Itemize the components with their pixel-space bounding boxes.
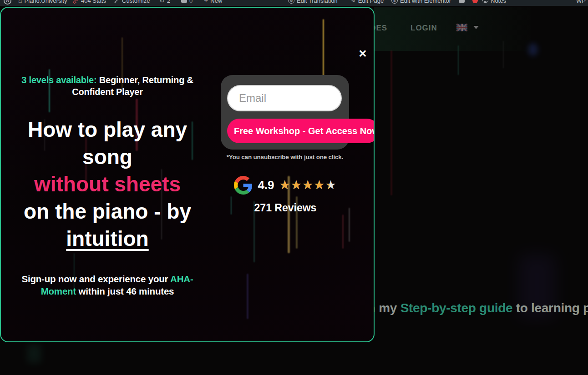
new-label: New <box>210 0 222 4</box>
rating-score: 4.9 <box>258 178 274 192</box>
customize-label: Customize <box>122 0 150 4</box>
brush-icon <box>114 0 120 4</box>
headline-part2: on the piano - by <box>24 200 191 223</box>
comments-menu[interactable]: 0 <box>181 0 193 6</box>
update-count: 2 <box>167 0 170 4</box>
chat-icon <box>459 0 465 3</box>
chat-menu[interactable] <box>459 0 465 6</box>
comment-count: 0 <box>189 0 193 4</box>
wp-logo-menu[interactable]: W <box>4 0 11 6</box>
site-name-label: Piano.University <box>24 0 67 4</box>
hero-paragraph-link: Step-by-step guide <box>400 301 513 315</box>
email-input[interactable] <box>227 85 342 111</box>
comment-icon <box>181 0 187 3</box>
headline-underlined-word: intuition <box>66 227 148 250</box>
page: W ⌂ Piano.University 404 Stats Customize… <box>0 0 588 375</box>
edit-elementor-label: Edit with Elementor <box>400 0 451 4</box>
plus-icon: + <box>204 0 208 4</box>
link-icon <box>73 0 79 4</box>
notes-icon <box>482 0 488 3</box>
edit-elementor-menu[interactable]: E Edit with Elementor <box>391 0 451 6</box>
status-indicator <box>472 0 478 6</box>
google-rating-row: 4.9 ★★★★★ ★★★★★ <box>210 176 360 195</box>
edit-translation-menu[interactable]: G Edit Translation <box>288 0 338 6</box>
signup-line: Sign-up now and experience your AHA-Mome… <box>7 273 208 297</box>
neon-streak <box>342 215 344 249</box>
reviews-count: 271 Reviews <box>210 202 360 214</box>
close-icon[interactable]: ✕ <box>357 48 369 60</box>
404-stats-label: 404 Stats <box>81 0 106 4</box>
edit-page-menu[interactable]: ✎ Edit Page <box>350 0 384 6</box>
signup-modal: ✕ 3 levels available: Beginner, Returnin… <box>0 7 375 342</box>
hero-paragraph-post: to learning piano <box>512 301 588 315</box>
availability-highlight: 3 levels available: <box>21 75 96 85</box>
404-stats-menu[interactable]: 404 Stats <box>73 0 106 6</box>
customize-menu[interactable]: Customize <box>114 0 150 6</box>
headline-highlight: without sheets <box>34 172 181 196</box>
signup-post: within just 46 minutes <box>76 286 174 296</box>
neon-streak <box>390 50 392 195</box>
red-dot-icon <box>472 0 478 3</box>
signup-pre: Sign-up now and experience your <box>21 274 170 284</box>
stars-fill: ★★★★★ <box>279 179 330 191</box>
header-background <box>374 7 531 51</box>
pencil-icon: ✎ <box>350 0 356 4</box>
hero-paragraph-behind-modal: with my Step-by-step guide to learning p… <box>350 301 588 315</box>
edit-translation-label: Edit Translation <box>297 0 338 4</box>
headline-part1: How to play any song <box>28 118 187 169</box>
neon-streak <box>247 274 248 319</box>
headline: How to play any song without sheets on t… <box>5 116 210 252</box>
overflow-label: WP <box>576 0 586 4</box>
unsubscribe-disclaimer: *You can unsubscribe with just one click… <box>221 154 349 160</box>
update-icon: ↻ <box>159 0 165 4</box>
edit-page-label: Edit Page <box>358 0 384 4</box>
updates-menu[interactable]: ↻ 2 <box>159 0 170 6</box>
chevron-down-icon[interactable] <box>473 26 479 32</box>
new-content-menu[interactable]: + New <box>204 0 222 6</box>
availability-line: 3 levels available: Beginner, Returning … <box>7 74 208 98</box>
site-name-menu[interactable]: ⌂ Piano.University <box>18 0 67 6</box>
google-logo-icon <box>234 176 253 195</box>
neon-glow <box>27 345 41 363</box>
uk-flag-icon[interactable] <box>456 24 467 31</box>
free-workshop-button[interactable]: Free Workshop - Get Access Now <box>227 119 375 143</box>
overflow-menu[interactable]: WP <box>576 0 586 6</box>
wp-admin-bar: W ⌂ Piano.University 404 Stats Customize… <box>0 0 588 6</box>
home-icon: ⌂ <box>18 0 22 4</box>
rating-stars: ★★★★★ ★★★★★ <box>279 179 337 191</box>
translation-icon: G <box>288 0 294 4</box>
nav-login-link[interactable]: LOGIN <box>411 24 437 33</box>
notes-label: Notes <box>491 0 506 4</box>
elementor-icon: E <box>391 0 398 4</box>
notes-menu[interactable]: Notes <box>482 0 506 6</box>
wordpress-icon: W <box>4 0 11 5</box>
